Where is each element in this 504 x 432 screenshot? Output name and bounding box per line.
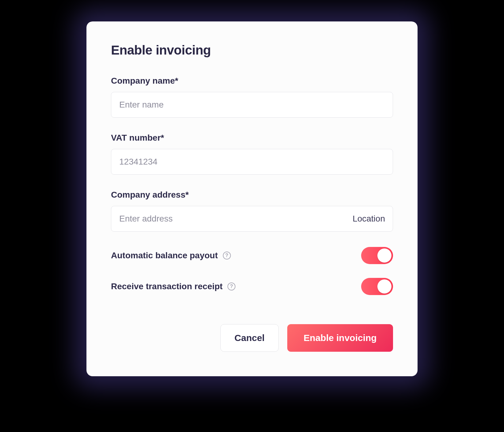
toggle-knob [377,248,391,263]
receive-receipt-label: Receive transaction receipt [111,282,223,291]
modal-title: Enable invoicing [111,43,393,58]
receive-receipt-toggle[interactable] [361,278,393,295]
company-name-label: Company name* [111,76,393,86]
auto-payout-label: Automatic balance payout [111,251,218,260]
company-address-input[interactable] [111,206,393,232]
auto-payout-toggle[interactable] [361,247,393,264]
enable-invoicing-button[interactable]: Enable invoicing [287,324,393,352]
help-icon[interactable]: ? [223,252,231,260]
toggle-knob [377,279,391,294]
button-row: Cancel Enable invoicing [111,324,393,352]
auto-payout-row: Automatic balance payout ? [111,247,393,264]
vat-number-field: VAT number* [111,133,393,175]
vat-number-input[interactable] [111,149,393,175]
receive-receipt-row: Receive transaction receipt ? [111,278,393,295]
cancel-button[interactable]: Cancel [220,324,279,352]
company-address-field: Company address* Location [111,190,393,232]
help-icon[interactable]: ? [227,282,235,290]
company-address-label: Company address* [111,190,393,200]
company-name-field: Company name* [111,76,393,118]
company-name-input[interactable] [111,92,393,118]
enable-invoicing-modal: Enable invoicing Company name* VAT numbe… [86,21,418,376]
vat-number-label: VAT number* [111,133,393,143]
